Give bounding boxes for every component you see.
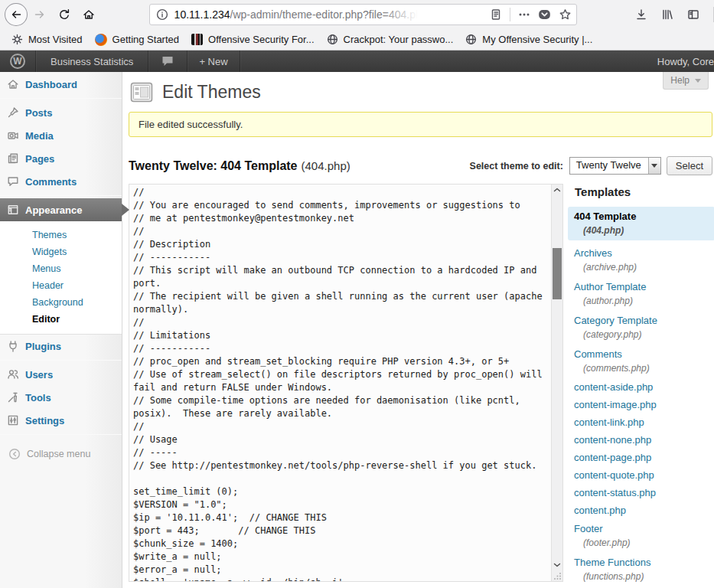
back-icon <box>10 8 22 21</box>
downloads-icon[interactable] <box>635 8 647 21</box>
template-list-item[interactable]: Footer (footer.php) <box>568 521 714 551</box>
template-list-item[interactable]: content-status.php <box>568 485 714 501</box>
collapse-menu-button[interactable]: Collapse menu <box>0 437 122 460</box>
template-list-item[interactable]: content-image.php <box>568 397 714 413</box>
back-button[interactable] <box>5 3 28 26</box>
submenu-item-header[interactable]: Header <box>0 277 122 294</box>
select-theme-button[interactable]: Select <box>667 156 712 175</box>
submenu-item-editor[interactable]: Editor <box>0 311 122 328</box>
help-button[interactable]: Help <box>663 72 709 90</box>
sidebar-item-pages[interactable]: Pages <box>0 147 122 170</box>
new-label: + New <box>199 56 227 67</box>
resize-grip-icon[interactable] <box>553 572 562 580</box>
select-theme-label: Select theme to edit: <box>470 161 563 172</box>
template-link[interactable]: Category Template <box>574 315 709 327</box>
scrollbar-thumb[interactable] <box>553 248 562 299</box>
bookmark-label: Getting Started <box>112 34 179 45</box>
wp-admin-menu: Dashboard Posts Media Pages Comments App… <box>0 72 122 588</box>
submenu-item-themes[interactable]: Themes <box>0 227 122 243</box>
template-list-item[interactable]: content-none.php <box>568 433 714 448</box>
bookmark-getting-started[interactable]: Getting Started <box>91 34 187 46</box>
sidebar-item-plugins[interactable]: Plugins <box>0 335 122 358</box>
url-bar[interactable]: 10.11.1.234/wp-admin/theme-editor.php?fi… <box>149 4 577 25</box>
sidebar-item-media[interactable]: Media <box>0 124 122 147</box>
bookmark-star-icon[interactable] <box>559 8 572 21</box>
sidebar-item-comments[interactable]: Comments <box>0 170 122 193</box>
bookmark-label: Most Visited <box>28 34 83 45</box>
page-actions-icon[interactable] <box>518 8 530 21</box>
theme-select-value: Twenty Twelve <box>570 158 648 174</box>
pages-icon <box>7 152 19 165</box>
template-link[interactable]: Archives <box>574 247 709 260</box>
offsec-favicon <box>191 34 203 45</box>
pocket-icon[interactable] <box>538 8 551 21</box>
comments-menu[interactable] <box>148 51 187 72</box>
code-editor[interactable]: // // You are encouraged to send comment… <box>129 185 551 581</box>
submenu-item-widgets[interactable]: Widgets <box>0 243 122 260</box>
sidebar-item-settings[interactable]: Settings <box>0 409 122 432</box>
browser-toolbar: 10.11.1.234/wp-admin/theme-editor.php?fi… <box>0 0 714 29</box>
globe-icon <box>327 34 338 45</box>
template-link[interactable]: content-aside.php <box>574 381 709 394</box>
template-link[interactable]: Comments <box>574 348 709 361</box>
template-list-item[interactable]: content-page.php <box>568 450 714 466</box>
template-link[interactable]: Footer <box>574 523 709 535</box>
template-link[interactable]: content-page.php <box>574 452 709 464</box>
template-list-item[interactable]: content.php <box>568 503 714 518</box>
bookmark-most-visited[interactable]: Most Visited <box>8 34 91 45</box>
reader-mode-icon[interactable] <box>490 8 502 21</box>
theme-select-dropdown[interactable]: Twenty Twelve <box>569 157 661 175</box>
reload-button[interactable] <box>53 3 76 26</box>
template-list-item[interactable]: Category Template (category.php) <box>568 312 714 343</box>
scroll-down-icon[interactable] <box>553 562 561 568</box>
forward-button[interactable] <box>29 3 52 26</box>
gear-icon <box>11 34 23 45</box>
template-link[interactable]: content.php <box>574 505 709 517</box>
submenu-item-background[interactable]: Background <box>0 294 122 311</box>
sidebar-item-users[interactable]: Users <box>0 363 122 386</box>
template-list-item[interactable]: content-quote.php <box>568 468 714 483</box>
bookmark-my-offensive-security[interactable]: My Offensive Security |... <box>461 34 601 45</box>
new-content-menu[interactable]: + New <box>187 51 240 72</box>
sidebar-item-posts[interactable]: Posts <box>0 101 122 124</box>
collapse-arrow-icon <box>8 448 21 460</box>
template-link[interactable]: content-quote.php <box>574 469 709 482</box>
bookmark-offensive-security-forums[interactable]: Offensive Security For... <box>187 34 322 45</box>
bookmark-label: Offensive Security For... <box>208 34 314 45</box>
library-icon[interactable] <box>661 8 673 21</box>
template-list-item[interactable]: Comments (comments.php) <box>568 346 714 377</box>
template-link[interactable]: 404 Template <box>574 211 709 223</box>
media-icon <box>7 129 19 142</box>
wp-logo-menu[interactable]: W <box>0 51 36 72</box>
dropdown-arrow-icon <box>648 158 660 174</box>
template-link[interactable]: Author Template <box>574 281 709 293</box>
editor-scrollbar[interactable] <box>551 185 562 581</box>
template-list-item[interactable]: Author Template (author.php) <box>568 279 714 309</box>
template-list-item[interactable]: content-link.php <box>568 415 714 430</box>
site-info-icon[interactable] <box>156 8 168 21</box>
scroll-up-icon[interactable] <box>553 187 561 193</box>
template-list-item[interactable]: Archives (archive.php) <box>568 245 714 276</box>
sidebar-item-dashboard[interactable]: Dashboard <box>0 73 122 96</box>
sidebars-icon[interactable] <box>687 8 699 21</box>
template-filename: (author.php) <box>574 293 709 307</box>
submenu-item-menus[interactable]: Menus <box>0 260 122 277</box>
template-list-item[interactable]: content-aside.php <box>568 380 714 395</box>
template-list-item[interactable]: 404 Template (404.php) <box>568 207 714 240</box>
settings-sliders-icon <box>7 414 19 426</box>
sidebar-item-appearance[interactable]: Appearance <box>0 198 122 221</box>
home-button[interactable] <box>77 3 100 26</box>
template-link[interactable]: content-status.php <box>574 487 709 499</box>
site-name: Business Statistics <box>51 56 133 67</box>
template-link[interactable]: content-none.php <box>574 434 709 446</box>
template-link[interactable]: Theme Functions <box>574 557 709 569</box>
template-list-item[interactable]: Theme Functions (functions.php) <box>568 554 714 585</box>
template-link[interactable]: content-image.php <box>574 399 709 411</box>
sidebar-item-tools[interactable]: Tools <box>0 386 122 409</box>
howdy-account-menu[interactable]: Howdy, Core <box>657 51 714 72</box>
bookmark-crackpot[interactable]: Crackpot: Your passwo... <box>323 34 462 45</box>
template-filename: (functions.php) <box>574 569 709 583</box>
site-name-menu[interactable]: Business Statistics <box>36 51 148 72</box>
template-link[interactable]: content-link.php <box>574 416 709 429</box>
menu-separator <box>0 434 122 435</box>
